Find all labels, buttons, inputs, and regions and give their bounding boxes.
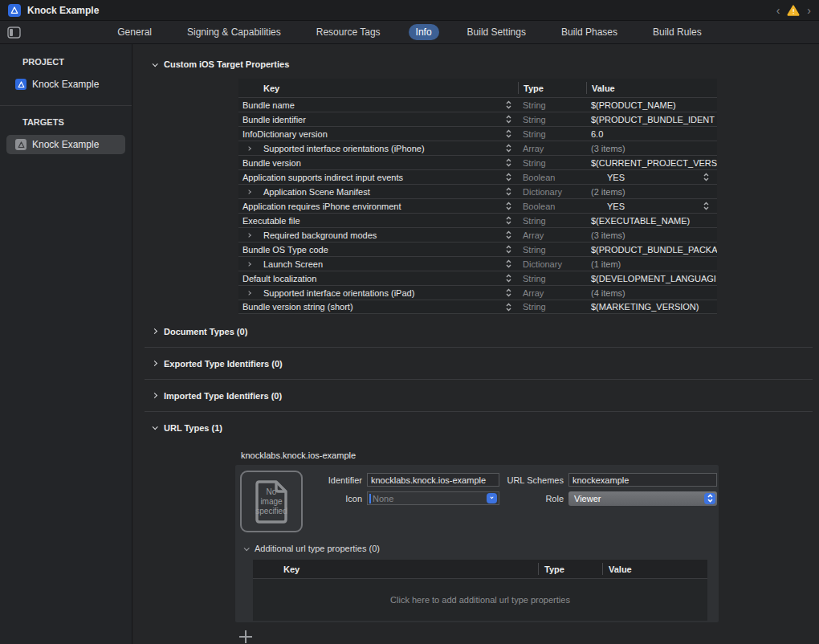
table-row[interactable]: InfoDictionary version String 6.0 (238, 126, 717, 141)
tab-signing-capabilities[interactable]: Signing & Capabilities (180, 24, 288, 40)
prop-type[interactable]: Array (518, 288, 586, 298)
key-stepper-icon[interactable] (506, 144, 511, 153)
url-type-image-well[interactable]: No image specified (240, 471, 303, 532)
prop-value[interactable]: (4 items) (591, 288, 625, 298)
tab-info[interactable]: Info (409, 24, 439, 40)
prop-value[interactable]: $(EXECUTABLE_NAME) (591, 216, 690, 226)
key-stepper-icon[interactable] (506, 173, 511, 181)
additional-properties-header[interactable]: Additional url type properties (0) (244, 544, 714, 553)
disclosure-chevron-icon[interactable] (238, 234, 259, 237)
section-title: Document Types (0) (164, 327, 247, 336)
prop-type[interactable]: Boolean (518, 173, 586, 182)
prop-value[interactable]: (1 item) (591, 259, 621, 269)
key-stepper-icon[interactable] (506, 303, 511, 312)
prop-type[interactable]: String (518, 245, 586, 255)
table-row[interactable]: Bundle version String $(CURRENT_PROJECT_… (238, 155, 717, 169)
prop-value[interactable]: $(PRODUCT_BUNDLE_PACKA (591, 245, 717, 255)
custom-props-section-header[interactable]: Custom iOS Target Properties (153, 59, 819, 69)
icon-combo-box[interactable]: None (367, 491, 499, 505)
prop-type[interactable]: String (518, 216, 586, 226)
prop-value[interactable]: $(CURRENT_PROJECT_VERS (591, 158, 717, 168)
value-stepper-icon[interactable] (703, 202, 709, 210)
navigate-forward-icon[interactable]: › (807, 5, 811, 16)
table-row[interactable]: Bundle identifier String $(PRODUCT_BUNDL… (238, 112, 717, 126)
prop-type[interactable]: Boolean (518, 202, 586, 211)
warning-icon[interactable] (787, 5, 800, 16)
navigate-back-icon[interactable]: ‹ (776, 5, 780, 16)
key-stepper-icon[interactable] (506, 288, 511, 297)
tab-build-settings[interactable]: Build Settings (460, 24, 533, 40)
value-stepper-icon[interactable] (703, 173, 709, 181)
section-imported-type-identifiers[interactable]: Imported Type Identifiers (0) (153, 391, 282, 401)
prop-value[interactable]: (2 items) (591, 187, 625, 197)
table-row[interactable]: Executable file String $(EXECUTABLE_NAME… (238, 213, 717, 227)
section-exported-type-identifiers[interactable]: Exported Type Identifiers (0) (153, 359, 283, 369)
tab-general[interactable]: General (110, 24, 159, 40)
key-stepper-icon[interactable] (506, 100, 511, 109)
identifier-field[interactable]: knocklabs.knock.ios-example (367, 473, 499, 487)
target-item-label: Knock Example (32, 139, 99, 150)
table-row[interactable]: Bundle OS Type code String $(PRODUCT_BUN… (238, 242, 717, 256)
tab-build-rules[interactable]: Build Rules (646, 24, 709, 40)
prop-value[interactable]: $(PRODUCT_NAME) (591, 100, 676, 110)
table-row[interactable]: Application Scene Manifest Dictionary (2… (238, 184, 717, 198)
section-title: Imported Type Identifiers (0) (164, 391, 282, 401)
prop-key: Application requires iPhone environment (238, 202, 503, 211)
key-stepper-icon[interactable] (506, 158, 511, 167)
sidebar-item-target[interactable]: Knock Example (6, 135, 125, 154)
prop-value[interactable]: $(DEVELOPMENT_LANGUAGI (591, 274, 716, 283)
role-popup-button[interactable]: Viewer (568, 491, 717, 506)
tab-build-phases[interactable]: Build Phases (554, 24, 625, 40)
sidebar-item-project[interactable]: Knock Example (6, 75, 125, 94)
prop-value[interactable]: 6.0 (591, 129, 603, 139)
prop-type[interactable]: String (518, 302, 586, 312)
disclosure-chevron-icon[interactable] (238, 190, 259, 194)
section-url-types[interactable]: URL Types (1) (153, 423, 222, 433)
prop-type[interactable]: String (518, 100, 586, 110)
prop-type[interactable]: String (518, 274, 586, 283)
key-stepper-icon[interactable] (506, 115, 511, 124)
disclosure-chevron-icon[interactable] (238, 147, 259, 150)
combo-dropdown-icon[interactable] (487, 493, 497, 503)
targets-header: TARGETS (22, 117, 132, 127)
prop-value[interactable]: $(PRODUCT_BUNDLE_IDENT (591, 115, 715, 124)
disclosure-chevron-icon[interactable] (238, 263, 259, 266)
prop-type[interactable]: Dictionary (518, 259, 586, 269)
prop-type[interactable]: Array (518, 230, 586, 240)
prop-value[interactable]: $(MARKETING_VERSION) (591, 302, 699, 312)
tab-resource-tags[interactable]: Resource Tags (309, 24, 388, 40)
prop-value[interactable]: (3 items) (591, 144, 625, 153)
table-row[interactable]: Supported interface orientations (iPhone… (238, 141, 717, 155)
prop-value[interactable]: (3 items) (591, 230, 625, 240)
table-row[interactable]: Application requires iPhone environment … (238, 198, 717, 213)
table-row[interactable]: Launch Screen Dictionary (1 item) (238, 256, 717, 271)
prop-type[interactable]: Array (518, 144, 586, 153)
key-stepper-icon[interactable] (506, 202, 511, 210)
prop-value[interactable]: YES (591, 202, 625, 211)
key-stepper-icon[interactable] (506, 216, 511, 225)
disclosure-chevron-icon[interactable] (238, 291, 259, 295)
prop-type[interactable]: String (518, 129, 586, 139)
add-url-type-button[interactable] (239, 630, 252, 643)
key-stepper-icon[interactable] (506, 230, 511, 239)
section-document-types[interactable]: Document Types (0) (153, 327, 247, 336)
table-row[interactable]: Bundle name String $(PRODUCT_NAME) (238, 97, 717, 112)
key-stepper-icon[interactable] (506, 129, 511, 138)
window-title: Knock Example (27, 5, 99, 16)
table-row[interactable]: Required background modes Array (3 items… (238, 227, 717, 242)
key-stepper-icon[interactable] (506, 245, 511, 254)
sidebar-toggle-icon[interactable] (7, 26, 21, 39)
prop-type[interactable]: Dictionary (518, 187, 586, 197)
table-row[interactable]: Bundle version string (short) String $(M… (238, 300, 717, 314)
table-row[interactable]: Supported interface orientations (iPad) … (238, 285, 717, 300)
key-stepper-icon[interactable] (506, 187, 511, 196)
url-schemes-field[interactable]: knockexample (568, 473, 717, 487)
prop-value[interactable]: YES (591, 173, 625, 182)
add-properties-placeholder[interactable]: Click here to add additional url type pr… (253, 579, 707, 621)
prop-type[interactable]: String (518, 158, 586, 168)
key-stepper-icon[interactable] (506, 259, 511, 268)
prop-type[interactable]: String (518, 115, 586, 124)
table-row[interactable]: Default localization String $(DEVELOPMEN… (238, 271, 717, 285)
key-stepper-icon[interactable] (506, 274, 511, 283)
table-row[interactable]: Application supports indirect input even… (238, 169, 717, 184)
